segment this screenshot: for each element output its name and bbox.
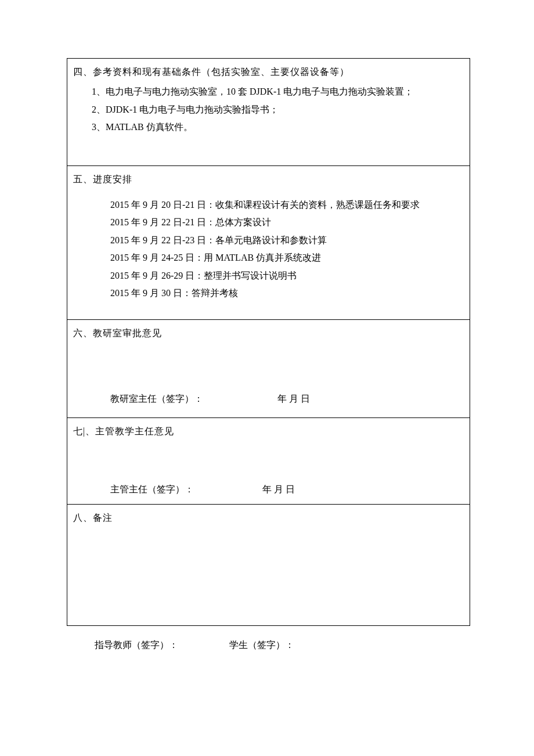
- section-5-item-6: 2015 年 9 月 30 日：答辩并考核: [73, 285, 464, 302]
- document-page: 四、参考资料和现有基础条件（包括实验室、主要仪器设备等） 1、电力电子与电力拖动…: [0, 0, 534, 756]
- section-6-cell: 六、教研室审批意见 教研室主任（签字）： 年 月 日: [67, 320, 470, 418]
- section-4-heading: 四、参考资料和现有基础条件（包括实验室、主要仪器设备等）: [73, 63, 464, 81]
- section-7-signature-line: 主管主任（签字）： 年 月 日: [73, 481, 464, 498]
- section-5-item-4: 2015 年 9 月 24-25 日：用 MATLAB 仿真并系统改进: [73, 249, 464, 267]
- section-7-date-label: 年 月 日: [262, 481, 295, 498]
- section-7-sig-label: 主管主任（签字）：: [110, 484, 194, 494]
- section-5-item-1: 2015 年 9 月 20 日-21 日：收集和课程设计有关的资料，熟悉课题任务…: [73, 196, 464, 214]
- section-5-item-5: 2015 年 9 月 26-29 日：整理并书写设计说明书: [73, 267, 464, 285]
- footer-signatures: 指导教师（签字）： 学生（签字）：: [67, 636, 470, 654]
- section-5-item-3: 2015 年 9 月 22 日-23 日：各单元电路设计和参数计算: [73, 232, 464, 249]
- section-5-heading: 五、进度安排: [73, 171, 464, 188]
- section-8-heading: 八、备注: [73, 509, 464, 527]
- section-7-heading: 七|、主管教学主任意见: [73, 423, 464, 440]
- section-6-heading: 六、教研室审批意见: [73, 325, 464, 342]
- section-5-cell: 五、进度安排 2015 年 9 月 20 日-21 日：收集和课程设计有关的资料…: [67, 165, 470, 320]
- form-table: 四、参考资料和现有基础条件（包括实验室、主要仪器设备等） 1、电力电子与电力拖动…: [67, 58, 470, 626]
- section-6-date-label: 年 月 日: [277, 390, 310, 408]
- teacher-sign-label: 指导教师（签字）：: [95, 640, 178, 650]
- student-sign-label: 学生（签字）：: [229, 640, 294, 650]
- section-4-item-3: 3、MATLAB 仿真软件。: [73, 118, 464, 136]
- section-6-signature-line: 教研室主任（签字）： 年 月 日: [73, 390, 464, 408]
- section-4-item-2: 2、DJDK-1 电力电子与电力拖动实验指导书；: [73, 101, 464, 118]
- section-5-item-2: 2015 年 9 月 22 日-21 日：总体方案设计: [73, 214, 464, 231]
- section-6-sig-label: 教研室主任（签字）：: [110, 394, 203, 404]
- section-8-cell: 八、备注: [67, 505, 470, 626]
- section-4-item-1: 1、电力电子与电力拖动实验室，10 套 DJDK-1 电力电子与电力拖动实验装置…: [73, 83, 464, 100]
- section-4-cell: 四、参考资料和现有基础条件（包括实验室、主要仪器设备等） 1、电力电子与电力拖动…: [67, 59, 470, 166]
- section-7-cell: 七|、主管教学主任意见 主管主任（签字）： 年 月 日: [67, 418, 470, 505]
